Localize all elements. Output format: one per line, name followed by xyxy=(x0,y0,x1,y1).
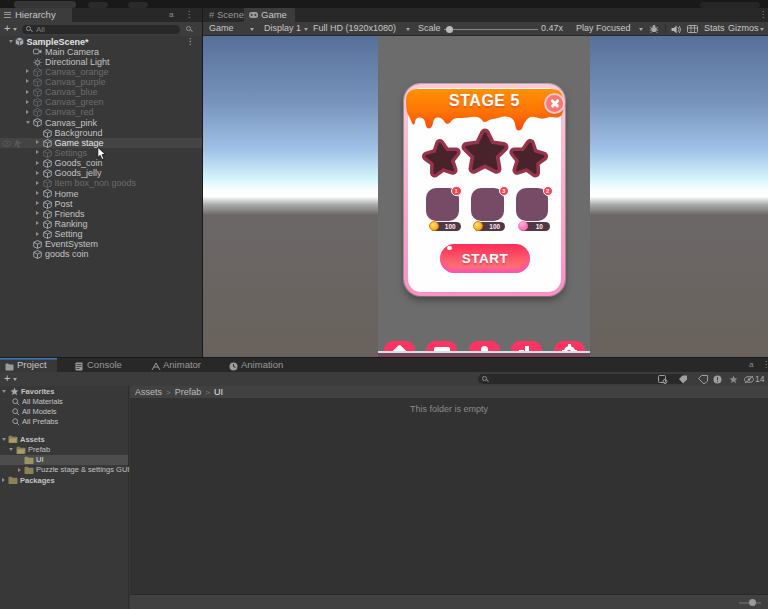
play-focused-dropdown[interactable]: Play Focused xyxy=(576,22,631,35)
expand-arrow-icon[interactable] xyxy=(36,161,39,165)
camera-dropdown[interactable]: Game xyxy=(209,22,234,35)
expand-arrow-icon[interactable] xyxy=(26,79,29,83)
expand-arrow-icon[interactable] xyxy=(36,171,39,175)
game-view-menu-icon[interactable]: ⋮ xyxy=(759,8,767,22)
project-folder-puzzle-stage-settings-gui[interactable]: Puzzle stage & settings GUI xyxy=(0,465,128,475)
hierarchy-row[interactable]: Canvas_green xyxy=(0,97,202,107)
thumbnail-size-slider-knob[interactable] xyxy=(749,599,756,606)
scene-menu-icon[interactable]: ⋮ xyxy=(186,37,194,47)
hierarchy-row[interactable]: Canvas_blue xyxy=(0,87,202,97)
search-by-label-icon[interactable] xyxy=(678,375,688,384)
hierarchy-row[interactable]: Home xyxy=(0,189,202,199)
expand-arrow-icon[interactable] xyxy=(26,90,29,94)
scale-slider-track[interactable] xyxy=(444,29,538,31)
breadcrumb-item[interactable]: Assets xyxy=(135,387,162,397)
hierarchy-row[interactable]: Post xyxy=(0,199,202,209)
hierarchy-row[interactable]: Directional Light xyxy=(0,57,202,67)
add-gameobject-button[interactable]: + xyxy=(4,22,10,35)
search-by-type-icon[interactable] xyxy=(658,375,668,384)
tab-project[interactable]: Project xyxy=(0,358,57,372)
project-tree-row[interactable]: All Prefabs xyxy=(0,417,128,427)
project-folder-prefab[interactable]: Prefab xyxy=(0,445,128,455)
expand-arrow-icon[interactable] xyxy=(2,438,6,441)
hierarchy-row[interactable]: Background xyxy=(0,128,202,138)
start-button[interactable]: START xyxy=(440,244,530,274)
hierarchy-row[interactable]: Canvas_purple xyxy=(0,77,202,87)
expand-arrow-icon[interactable] xyxy=(36,211,39,215)
hierarchy-row-label: Main Camera xyxy=(45,47,99,57)
tab-hierarchy[interactable]: Hierarchy xyxy=(0,8,72,22)
hierarchy-row[interactable]: Item box_non goods xyxy=(0,178,202,188)
nav-home-button[interactable] xyxy=(384,341,415,351)
debug-icon[interactable] xyxy=(649,24,659,34)
nav-post-button[interactable] xyxy=(426,341,457,351)
gizmos-dropdown[interactable]: Gizmos xyxy=(728,22,759,35)
tab-animation[interactable]: Animation xyxy=(224,358,290,372)
expand-arrow-icon[interactable] xyxy=(36,191,39,195)
nav-friends-button[interactable] xyxy=(469,341,500,351)
alert-icon[interactable] xyxy=(713,375,722,384)
expand-arrow-icon[interactable] xyxy=(36,201,39,205)
nav-settings-button[interactable] xyxy=(554,341,585,351)
visibility-toggle-icon[interactable] xyxy=(2,139,24,148)
nav-ranking-button[interactable] xyxy=(511,341,542,351)
hierarchy-row[interactable]: SampleScene*⋮ xyxy=(0,37,202,47)
close-button[interactable] xyxy=(544,93,565,114)
expand-arrow-icon[interactable] xyxy=(36,140,39,144)
expand-arrow-icon[interactable] xyxy=(26,69,29,73)
hierarchy-row[interactable]: Setting xyxy=(0,229,202,239)
hierarchy-search-input[interactable]: All xyxy=(22,25,180,35)
stats-toggle[interactable]: Stats xyxy=(704,22,725,35)
project-tree-row[interactable]: All Models xyxy=(0,407,128,417)
display-dropdown[interactable]: Display 1 xyxy=(264,22,301,35)
expand-arrow-icon[interactable] xyxy=(26,110,29,114)
expand-arrow-icon[interactable] xyxy=(36,181,39,185)
project-lock-icon[interactable]: a xyxy=(749,358,753,372)
project-folder-ui[interactable]: UI xyxy=(0,455,128,465)
expand-arrow-icon[interactable] xyxy=(26,100,29,104)
hierarchy-row[interactable]: Canvas_orange xyxy=(0,67,202,77)
tab-scene[interactable]: # Scene xyxy=(203,8,244,22)
expand-arrow-icon[interactable] xyxy=(36,150,39,154)
favorites-star-icon[interactable] xyxy=(729,375,738,384)
project-search-input[interactable] xyxy=(478,374,686,384)
hierarchy-row[interactable]: Ranking xyxy=(0,219,202,229)
tab-console[interactable]: Console xyxy=(70,358,128,372)
hierarchy-row[interactable]: EventSystem xyxy=(0,239,202,249)
hidden-packages-icon[interactable] xyxy=(744,375,754,384)
hierarchy-row[interactable]: Main Camera xyxy=(0,47,202,57)
expand-arrow-icon[interactable] xyxy=(9,448,13,451)
expand-arrow-icon[interactable] xyxy=(2,478,5,482)
project-tree-row[interactable]: Favorites xyxy=(0,387,128,397)
expand-arrow-icon[interactable] xyxy=(18,468,21,472)
add-chevron-icon[interactable] xyxy=(13,28,17,31)
breadcrumb-item[interactable]: UI xyxy=(214,387,223,397)
hierarchy-menu-icon[interactable]: ⋮ xyxy=(185,8,193,22)
tag-icon[interactable] xyxy=(698,375,708,384)
project-folder-assets[interactable]: Assets xyxy=(0,435,128,445)
project-folder-packages[interactable]: Packages xyxy=(0,476,128,486)
hierarchy-row[interactable]: Goods_jelly xyxy=(0,168,202,178)
tab-animator[interactable]: Animator xyxy=(146,358,208,372)
hierarchy-icon xyxy=(4,12,11,18)
scale-slider-knob[interactable] xyxy=(446,26,453,33)
expand-arrow-icon[interactable] xyxy=(36,232,39,236)
hierarchy-row[interactable]: Canvas_pink xyxy=(0,118,202,128)
tab-game[interactable]: Game xyxy=(244,8,295,22)
project-tree-row[interactable]: All Materials xyxy=(0,397,128,407)
scene-tab-label: Scene xyxy=(217,8,244,22)
create-asset-button[interactable]: + xyxy=(4,372,10,385)
lock-icon[interactable]: a xyxy=(169,8,173,22)
resolution-dropdown[interactable]: Full HD (1920x1080) xyxy=(313,22,396,35)
breadcrumb-item[interactable]: Prefab xyxy=(175,387,202,397)
vsync-icon[interactable] xyxy=(687,25,698,33)
expand-arrow-icon[interactable] xyxy=(26,121,30,124)
expand-arrow-icon[interactable] xyxy=(36,221,39,225)
project-menu-icon[interactable]: ⋮ xyxy=(762,358,768,372)
mute-audio-icon[interactable] xyxy=(671,25,682,34)
signin-button-partial[interactable] xyxy=(14,1,76,8)
hierarchy-row[interactable]: goods coin xyxy=(0,249,202,259)
expand-arrow-icon[interactable] xyxy=(9,40,13,43)
hierarchy-row[interactable]: Canvas_red xyxy=(0,107,202,117)
hierarchy-row[interactable]: Friends xyxy=(0,209,202,219)
